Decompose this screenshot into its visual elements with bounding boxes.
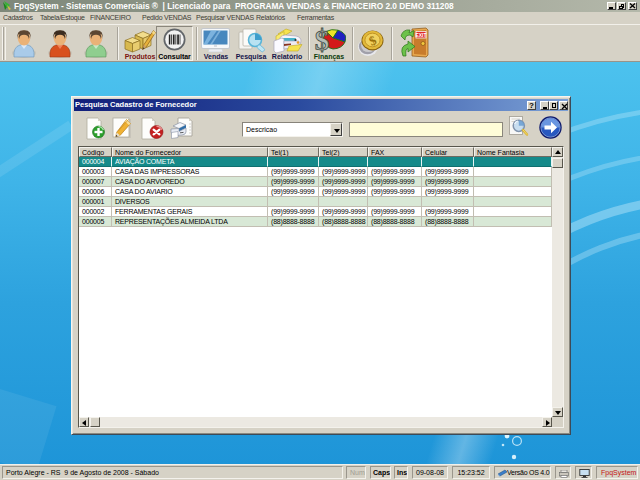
- svg-text:EXIT: EXIT: [415, 32, 426, 38]
- svg-text:$: $: [315, 26, 330, 55]
